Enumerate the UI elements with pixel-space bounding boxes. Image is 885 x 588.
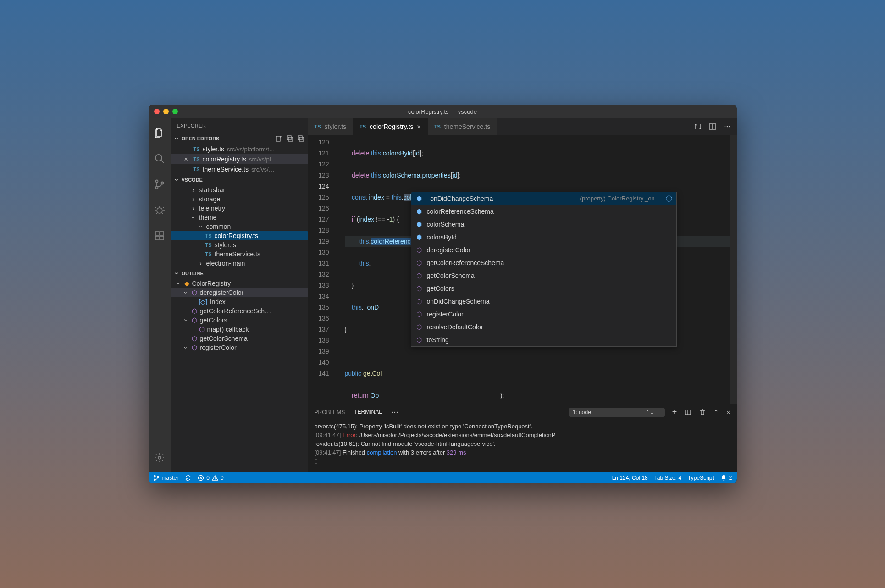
outline-label: OUTLINE: [182, 271, 204, 276]
gear-icon: [154, 452, 165, 463]
suggest-item[interactable]: ⬡getColors: [411, 282, 676, 295]
split-terminal-icon[interactable]: [684, 409, 691, 416]
suggest-item[interactable]: ⬡getColorSchema: [411, 269, 676, 282]
outline-label: index: [210, 298, 225, 305]
outline-tree: ◆ColorRegistry⬡deregisterColor[◇]index⬡g…: [171, 279, 308, 352]
tree-item[interactable]: statusbar: [171, 185, 308, 194]
close-icon[interactable]: ×: [184, 155, 191, 163]
code-editor[interactable]: 1201211221231241251261271281291301311321…: [308, 135, 737, 404]
sidebar-title-text: EXPLORER: [177, 123, 206, 128]
outline-item[interactable]: ◆ColorRegistry: [171, 279, 308, 288]
status-language[interactable]: TypeScript: [688, 475, 714, 481]
tree-item[interactable]: TSthemeService.ts: [171, 250, 308, 259]
activity-extensions[interactable]: [149, 225, 171, 247]
suggest-item[interactable]: ⬢colorsById: [411, 231, 676, 244]
source-control-icon: [154, 179, 165, 190]
split-editor-icon[interactable]: [708, 122, 717, 131]
more-icon[interactable]: [391, 409, 398, 416]
status-problems[interactable]: 0 0: [198, 475, 223, 481]
status-sync[interactable]: [185, 475, 191, 481]
suggest-item[interactable]: ⬡resolveDefaultColor: [411, 321, 676, 333]
info-icon[interactable]: ⓘ: [664, 193, 673, 204]
outline-item[interactable]: ⬡getColors: [171, 316, 308, 325]
tree-item[interactable]: storage: [171, 194, 308, 204]
maximize-window-button[interactable]: [172, 109, 178, 114]
save-all-icon[interactable]: [286, 135, 293, 142]
suggest-item[interactable]: ⬢colorReferenceSchema: [411, 205, 676, 218]
code-content[interactable]: delete this.colorsById[id]; delete this.…: [336, 135, 737, 404]
line-gutter: 1201211221231241251261271281291301311321…: [308, 135, 336, 404]
suggest-item[interactable]: ⬡registerColor: [411, 308, 676, 321]
tree-item[interactable]: electron-main: [171, 259, 308, 268]
suggest-item[interactable]: ⬢colorSchema: [411, 218, 676, 231]
suggest-item[interactable]: ⬡toString: [411, 333, 676, 346]
outline-label: map() callback: [207, 326, 249, 333]
status-notifications[interactable]: 2: [720, 475, 732, 481]
status-cursor[interactable]: Ln 124, Col 18: [612, 475, 648, 481]
suggest-item[interactable]: ⬡deregisterColor: [411, 244, 676, 256]
status-branch[interactable]: master: [153, 475, 179, 481]
minimap[interactable]: [730, 135, 737, 404]
open-editor-item[interactable]: × TS themeService.ts src/vs/…: [171, 164, 308, 174]
tree-item[interactable]: telemetry: [171, 204, 308, 213]
chevron-icon: [176, 280, 182, 287]
terminal-selector[interactable]: 1: node ⌃⌄: [569, 408, 665, 417]
chevron-icon: [183, 289, 189, 296]
symbol-kind-icon: ⬢: [415, 193, 423, 204]
suggest-item[interactable]: ⬡onDidChangeSchema: [411, 295, 676, 308]
open-editors-header[interactable]: OPEN EDITORS: [171, 133, 308, 144]
open-editor-item[interactable]: × TS colorRegistry.ts src/vs/pl…: [171, 154, 308, 164]
chevron-up-icon[interactable]: ⌃: [714, 409, 719, 416]
editor-tab[interactable]: TS themeService.ts: [428, 118, 497, 135]
outline-label: deregisterColor: [200, 289, 244, 296]
tree-label: statusbar: [199, 186, 226, 194]
suggest-detail: (property) ColorRegistry._on…: [580, 193, 661, 204]
tree-item[interactable]: theme: [171, 213, 308, 222]
suggest-label: getColorSchema: [427, 270, 475, 281]
editor-tab[interactable]: TS colorRegistry.ts ×: [353, 118, 428, 135]
outline-item[interactable]: ⬡getColorReferenceSch…: [171, 306, 308, 316]
minimize-window-button[interactable]: [163, 109, 169, 114]
outline-header[interactable]: OUTLINE: [171, 268, 308, 279]
activity-explorer[interactable]: [149, 122, 171, 144]
outline-item[interactable]: ⬡map() callback: [171, 325, 308, 334]
outline-item[interactable]: ⬡deregisterColor: [171, 288, 308, 297]
suggest-item[interactable]: ⬡getColorReferenceSchema: [411, 256, 676, 269]
svg-point-21: [397, 411, 398, 412]
suggest-item[interactable]: ⬢_onDidChangeSchema(property) ColorRegis…: [411, 192, 676, 205]
svg-rect-11: [287, 136, 291, 140]
open-editor-item[interactable]: × TS styler.ts src/vs/platform/t…: [171, 144, 308, 154]
new-terminal-button[interactable]: +: [672, 407, 677, 417]
more-icon[interactable]: [723, 122, 731, 131]
suggest-widget[interactable]: ⬢_onDidChangeSchema(property) ColorRegis…: [411, 192, 677, 347]
activity-debug[interactable]: [149, 199, 171, 221]
activity-search[interactable]: [149, 148, 171, 170]
tree-item[interactable]: TSstyler.ts: [171, 240, 308, 250]
suggest-label: toString: [427, 334, 449, 345]
chevron-icon: [191, 186, 196, 194]
workspace-header[interactable]: VSCODE: [171, 174, 308, 185]
svg-rect-5: [155, 232, 159, 235]
status-tabsize[interactable]: Tab Size: 4: [654, 475, 681, 481]
outline-item[interactable]: ⬡registerColor: [171, 343, 308, 352]
symbol-kind-icon: ⬢: [415, 232, 423, 243]
tree-item[interactable]: TScolorRegistry.ts: [171, 231, 308, 240]
outline-item[interactable]: [◇]index: [171, 297, 308, 306]
outline-item[interactable]: ⬡getColorSchema: [171, 334, 308, 343]
close-panel-icon[interactable]: ×: [726, 409, 730, 416]
activity-settings[interactable]: [149, 447, 171, 469]
close-window-button[interactable]: [154, 109, 160, 114]
trash-icon[interactable]: [699, 409, 706, 416]
new-file-icon[interactable]: [275, 135, 282, 142]
tree-label: colorRegistry.ts: [215, 232, 258, 239]
panel-tab-problems[interactable]: PROBLEMS: [315, 406, 345, 418]
tree-item[interactable]: common: [171, 222, 308, 231]
panel-tab-terminal[interactable]: TERMINAL: [354, 406, 382, 418]
compare-icon[interactable]: [694, 122, 702, 131]
close-all-icon[interactable]: [297, 135, 304, 142]
terminal-output[interactable]: erver.ts(475,15): Property 'isBuilt' doe…: [308, 420, 737, 472]
editor-tab[interactable]: TS styler.ts: [308, 118, 354, 135]
activity-scm[interactable]: [149, 173, 171, 195]
chevron-icon: [191, 214, 196, 221]
close-icon[interactable]: ×: [417, 123, 421, 130]
